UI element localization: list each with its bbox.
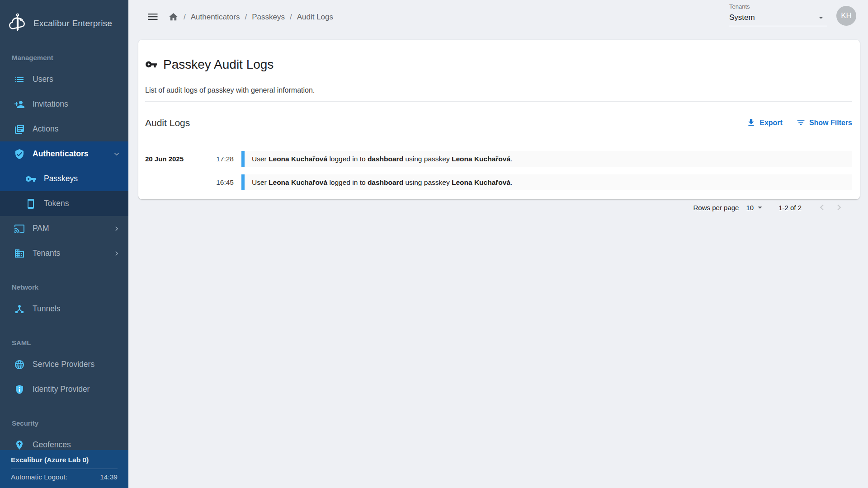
auto-logout-label: Automatic Logout: — [11, 473, 67, 481]
menu-toggle-button[interactable] — [146, 10, 159, 23]
dropdown-arrow-icon — [755, 202, 765, 212]
download-icon — [746, 118, 756, 127]
log-message: User Leona Kuchařová logged in to dashbo… — [241, 174, 852, 190]
person-add-icon — [14, 99, 25, 110]
breadcrumb-audit-logs[interactable]: Audit Logs — [297, 13, 333, 22]
sidebar-item-tunnels[interactable]: Tunnels — [0, 296, 128, 321]
sidebar-footer: Excalibur (Azure Lab 0) Automatic Logout… — [0, 450, 128, 488]
sidebar-item-pam[interactable]: PAM — [0, 216, 128, 241]
tenant-select: Tenants System — [729, 3, 827, 26]
sidebar-item-passkeys[interactable]: Passkeys — [0, 166, 128, 191]
previous-page-button[interactable] — [813, 199, 830, 216]
list-icon — [14, 74, 25, 85]
pin-add-icon — [14, 440, 25, 450]
sidebar-section-saml: SAML — [0, 337, 128, 348]
audit-logs-toolbar: Audit Logs Export Show Filters — [145, 110, 852, 136]
sidebar-section-management: Management — [0, 52, 128, 63]
cloud-sword-logo — [7, 12, 28, 35]
sidebar-item-label: Tokens — [44, 199, 69, 208]
article-icon — [14, 124, 25, 135]
audit-logs-heading: Audit Logs — [145, 117, 190, 128]
shield-check-icon — [14, 149, 25, 160]
sidebar-item-authenticators[interactable]: Authenticators — [0, 141, 128, 166]
audit-log-row: 16:45User Leona Kuchařová logged in to d… — [145, 174, 852, 190]
card-divider — [145, 101, 852, 102]
show-filters-button-label: Show Filters — [809, 119, 852, 127]
tenant-select-value: System — [729, 13, 755, 22]
auto-logout-time: 14:39 — [100, 473, 118, 481]
sidebar-item-label: Identity Provider — [33, 385, 90, 394]
building-icon — [14, 248, 25, 259]
chevron-left-icon — [816, 202, 828, 213]
chevron-right-icon — [112, 249, 121, 258]
key-icon — [145, 58, 157, 70]
card-title-row: Passkey Audit Logs — [145, 40, 852, 80]
sidebar-item-users[interactable]: Users — [0, 67, 128, 92]
footer-divider — [11, 469, 118, 469]
sidebar-item-label: Geofences — [33, 440, 71, 450]
breadcrumb-separator: / — [245, 13, 247, 22]
log-message: User Leona Kuchařová logged in to dashbo… — [241, 151, 852, 167]
sidebar-item-label: Invitations — [33, 99, 68, 109]
smartphone-icon — [25, 198, 36, 209]
home-icon[interactable] — [168, 12, 179, 22]
breadcrumb-separator: / — [184, 13, 186, 22]
sidebar-item-invitations[interactable]: Invitations — [0, 92, 128, 117]
sidebar-item-label: Passkeys — [44, 174, 78, 183]
sidebar-item-service-providers[interactable]: Service Providers — [0, 352, 128, 377]
breadcrumb-authenticators[interactable]: Authenticators — [191, 13, 240, 22]
sidebar-section-security: Security — [0, 417, 128, 429]
sidebar-item-label: Service Providers — [33, 360, 94, 369]
tenant-select-control[interactable]: System — [729, 10, 827, 26]
sidebar-item-label: Users — [33, 75, 53, 84]
export-button[interactable]: Export — [746, 118, 783, 127]
avatar[interactable]: KH — [836, 6, 856, 26]
sidebar-item-label: PAM — [33, 224, 49, 233]
auto-logout-row: Automatic Logout: 14:39 — [11, 473, 118, 481]
avatar-initials: KH — [841, 11, 852, 20]
chevron-right-icon — [112, 224, 121, 233]
main-area: / Authenticators / Passkeys / Audit Logs… — [128, 0, 868, 488]
tenant-select-label: Tenants — [729, 3, 827, 10]
pagination: Rows per page 10 1-2 of 2 — [145, 199, 848, 216]
log-date: 20 Jun 2025 — [145, 151, 204, 167]
audit-log-list: 20 Jun 202517:28User Leona Kuchařová log… — [145, 151, 852, 190]
passkey-audit-logs-card: Passkey Audit Logs List of audit logs of… — [138, 40, 860, 199]
app-title: Excalibur Enterprise — [33, 19, 112, 28]
sidebar-nav: ManagementUsersInvitationsActionsAuthent… — [0, 52, 128, 457]
cast-icon — [14, 223, 25, 234]
page-title: Passkey Audit Logs — [163, 57, 274, 72]
shield-info-icon — [14, 384, 25, 395]
sidebar-item-label: Actions — [33, 124, 58, 134]
log-time: 17:28 — [204, 151, 234, 167]
page-subtitle: List of audit logs of passkey with gener… — [145, 86, 852, 94]
pagination-range: 1-2 of 2 — [778, 204, 802, 211]
sidebar-item-tokens[interactable]: Tokens — [0, 191, 128, 216]
app-logo-row: Excalibur Enterprise — [0, 0, 128, 36]
toolbar-actions: Export Show Filters — [746, 118, 852, 127]
rows-per-page-value: 10 — [746, 204, 754, 211]
breadcrumb-passkeys[interactable]: Passkeys — [252, 13, 285, 22]
hamburger-icon — [146, 10, 159, 23]
globe-icon — [14, 359, 25, 370]
sidebar-item-identity-provider[interactable]: Identity Provider — [0, 377, 128, 402]
export-button-label: Export — [760, 119, 783, 127]
dropdown-arrow-icon — [816, 13, 826, 23]
show-filters-button[interactable]: Show Filters — [796, 118, 852, 127]
rows-per-page-label: Rows per page — [693, 204, 739, 211]
hub-icon — [14, 304, 25, 314]
rows-per-page-select[interactable]: 10 — [746, 202, 765, 212]
sidebar-item-tenants[interactable]: Tenants — [0, 241, 128, 266]
log-time: 16:45 — [204, 174, 234, 190]
chevron-right-icon — [833, 202, 845, 213]
next-page-button[interactable] — [830, 199, 848, 216]
sidebar-item-label: Authenticators — [33, 149, 88, 159]
key-icon — [25, 174, 36, 184]
log-date — [145, 174, 204, 190]
sidebar-item-actions[interactable]: Actions — [0, 117, 128, 141]
chevron-down-icon — [112, 150, 121, 159]
sidebar: Excalibur Enterprise ManagementUsersInvi… — [0, 0, 128, 488]
org-name: Excalibur (Azure Lab 0) — [11, 456, 118, 464]
sidebar-item-label: Tenants — [33, 249, 60, 258]
breadcrumb: / Authenticators / Passkeys / Audit Logs — [168, 12, 333, 22]
